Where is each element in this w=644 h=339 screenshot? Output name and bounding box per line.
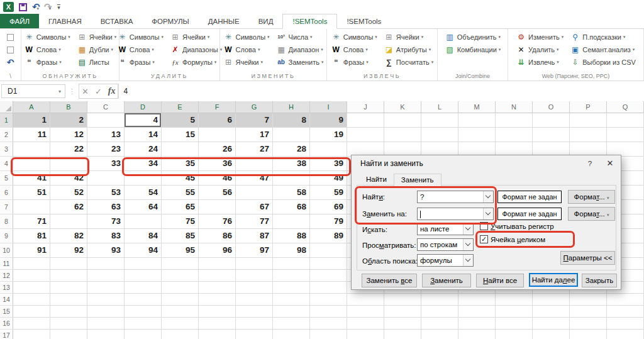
- cell-K2[interactable]: [384, 128, 421, 142]
- cell-G10[interactable]: 97: [236, 243, 273, 258]
- cell-C8[interactable]: 73: [87, 214, 125, 229]
- cell-C14[interactable]: [87, 294, 125, 306]
- cell-A2[interactable]: 11: [13, 128, 50, 142]
- cell-I10[interactable]: [310, 243, 347, 258]
- ribbon-tab-5[interactable]: ВИД: [249, 14, 283, 28]
- ribbon-button-слова[interactable]: WСлова▾: [329, 43, 379, 56]
- cell-I3[interactable]: [310, 142, 347, 157]
- cell-F7[interactable]: [199, 200, 236, 214]
- column-header-N[interactable]: N: [496, 101, 533, 113]
- cell-A15[interactable]: [13, 306, 50, 318]
- undo-button[interactable]: ↶▾: [32, 1, 39, 13]
- column-header-D[interactable]: D: [125, 101, 162, 113]
- cell-B2[interactable]: 12: [50, 128, 87, 142]
- row-header-10[interactable]: 10: [0, 243, 13, 258]
- cell-I5[interactable]: 49: [310, 171, 347, 186]
- cell-E9[interactable]: 85: [162, 229, 199, 243]
- cell-H6[interactable]: 58: [273, 186, 310, 200]
- ribbon-button-удалить[interactable]: ✕Удалить▾: [514, 43, 565, 56]
- column-header-A[interactable]: A: [13, 101, 50, 113]
- cell-D17[interactable]: [125, 330, 162, 339]
- cell-G16[interactable]: [236, 318, 273, 330]
- cell-L2[interactable]: [421, 128, 458, 142]
- cell-H1[interactable]: 8: [273, 113, 310, 128]
- cell-D12[interactable]: [125, 270, 162, 282]
- ribbon-button-выборки из csv[interactable]: ⇩Выборки из CSV: [568, 56, 638, 69]
- cell-N16[interactable]: [496, 318, 533, 330]
- cell-C10[interactable]: 93: [87, 243, 125, 258]
- cell-G7[interactable]: 67: [236, 200, 273, 214]
- cell-G14[interactable]: [236, 294, 273, 306]
- cell-G15[interactable]: [236, 306, 273, 318]
- cell-O1[interactable]: [533, 113, 570, 128]
- ribbon-button-слова[interactable]: WСлова▾: [221, 43, 271, 56]
- cell-H8[interactable]: [273, 214, 310, 229]
- ribbon-button-посчитать[interactable]: ∑Посчитать▾: [382, 56, 435, 69]
- cell-I11[interactable]: [310, 258, 347, 270]
- column-header-H[interactable]: H: [273, 101, 310, 113]
- close-dialog-button[interactable]: Закрыть: [582, 274, 617, 287]
- cell-A9[interactable]: 81: [13, 229, 50, 243]
- cell-B1[interactable]: 2: [50, 113, 87, 128]
- cell-D1[interactable]: 4: [125, 113, 162, 128]
- checkbox-icon[interactable]: [3, 31, 18, 43]
- cell-E14[interactable]: [162, 294, 199, 306]
- cell-O14[interactable]: [533, 294, 570, 306]
- row-header-14[interactable]: 14: [0, 294, 13, 306]
- cell-D10[interactable]: 94: [125, 243, 162, 258]
- cell-K16[interactable]: [384, 318, 421, 330]
- cell-B3[interactable]: 22: [50, 142, 87, 157]
- cell-F15[interactable]: [199, 306, 236, 318]
- chevron-down-icon[interactable]: [463, 223, 473, 235]
- cell-O17[interactable]: [533, 330, 570, 339]
- ribbon-button-ячейки[interactable]: ⊞Ячейки▾: [75, 31, 118, 43]
- cell-J16[interactable]: [347, 318, 384, 330]
- cell-N14[interactable]: [496, 294, 533, 306]
- cell-H2[interactable]: [273, 128, 310, 142]
- cell-I6[interactable]: 59: [310, 186, 347, 200]
- cell-Q14[interactable]: [607, 294, 644, 306]
- cell-D16[interactable]: [125, 318, 162, 330]
- cell-B8[interactable]: [50, 214, 87, 229]
- cell-P1[interactable]: [570, 113, 607, 128]
- ribbon-button-фразы[interactable]: ❝Фразы▾: [329, 56, 379, 69]
- close-icon[interactable]: ✕: [601, 155, 619, 172]
- cell-G8[interactable]: 77: [236, 214, 273, 229]
- cell-C1[interactable]: [87, 113, 125, 128]
- cell-H15[interactable]: [273, 306, 310, 318]
- cell-F13[interactable]: [199, 282, 236, 294]
- row-header-5[interactable]: 5: [0, 171, 13, 186]
- cell-H12[interactable]: [273, 270, 310, 282]
- cell-G11[interactable]: [236, 258, 273, 270]
- column-header-E[interactable]: E: [162, 101, 199, 113]
- cell-G17[interactable]: [236, 330, 273, 339]
- ribbon-tab-2[interactable]: ВСТАВКА: [91, 14, 143, 28]
- cell-F5[interactable]: 46: [199, 171, 236, 186]
- cell-E7[interactable]: 65: [162, 200, 199, 214]
- ribbon-button-фразы[interactable]: ❝Фразы▾: [22, 56, 72, 69]
- cell-I13[interactable]: [310, 282, 347, 294]
- cell-D5[interactable]: [125, 171, 162, 186]
- cell-F1[interactable]: 6: [199, 113, 236, 128]
- cell-B13[interactable]: [50, 282, 87, 294]
- ribbon-button-листы[interactable]: ▤Листы: [75, 56, 118, 69]
- cell-G2[interactable]: 17: [236, 128, 273, 142]
- ribbon-button-фразы[interactable]: ❝Фразы▾: [115, 56, 165, 69]
- column-header-O[interactable]: O: [533, 101, 570, 113]
- cell-J1[interactable]: [347, 113, 384, 128]
- column-header-P[interactable]: P: [570, 101, 607, 113]
- cell-H16[interactable]: [273, 318, 310, 330]
- cell-P15[interactable]: [570, 306, 607, 318]
- cell-B4[interactable]: [50, 157, 87, 171]
- select-all-corner[interactable]: [0, 101, 13, 113]
- cell-O2[interactable]: [533, 128, 570, 142]
- enter-icon[interactable]: ✓: [95, 87, 102, 96]
- redo-button[interactable]: ↷▾: [44, 1, 51, 13]
- cell-E5[interactable]: 45: [162, 171, 199, 186]
- cell-J14[interactable]: [347, 294, 384, 306]
- cell-E8[interactable]: 75: [162, 214, 199, 229]
- cell-N15[interactable]: [496, 306, 533, 318]
- cell-E17[interactable]: [162, 330, 199, 339]
- cell-F10[interactable]: 96: [199, 243, 236, 258]
- cell-B7[interactable]: 62: [50, 200, 87, 214]
